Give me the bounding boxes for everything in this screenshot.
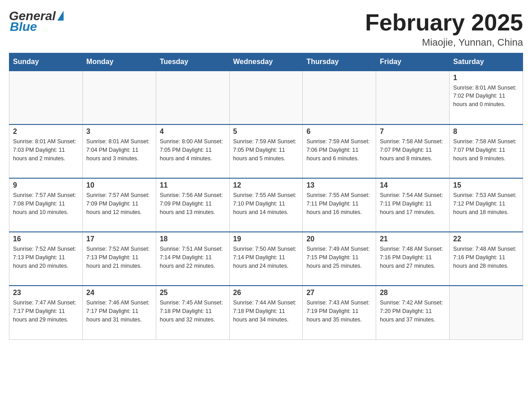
calendar-cell: 21Sunrise: 7:48 AM Sunset: 7:16 PM Dayli… <box>376 232 450 286</box>
calendar-cell: 4Sunrise: 8:00 AM Sunset: 7:05 PM Daylig… <box>156 124 229 178</box>
day-number: 14 <box>380 181 446 189</box>
month-title: February 2025 <box>365 9 523 36</box>
weekday-header-saturday: Saturday <box>450 53 523 71</box>
day-number: 2 <box>13 128 79 136</box>
day-info: Sunrise: 8:01 AM Sunset: 7:02 PM Dayligh… <box>453 84 519 109</box>
day-number: 21 <box>380 235 446 243</box>
day-info: Sunrise: 7:58 AM Sunset: 7:07 PM Dayligh… <box>453 137 519 163</box>
day-info: Sunrise: 7:46 AM Sunset: 7:17 PM Dayligh… <box>86 299 152 324</box>
day-info: Sunrise: 7:50 AM Sunset: 7:14 PM Dayligh… <box>233 245 299 270</box>
calendar-cell: 5Sunrise: 7:59 AM Sunset: 7:05 PM Daylig… <box>229 124 303 178</box>
weekday-header-wednesday: Wednesday <box>229 53 303 71</box>
day-info: Sunrise: 7:57 AM Sunset: 7:09 PM Dayligh… <box>86 191 152 216</box>
day-number: 3 <box>86 128 152 136</box>
day-info: Sunrise: 7:54 AM Sunset: 7:11 PM Dayligh… <box>380 191 446 216</box>
calendar-cell: 19Sunrise: 7:50 AM Sunset: 7:14 PM Dayli… <box>229 232 303 286</box>
day-number: 20 <box>306 235 372 243</box>
day-number: 1 <box>453 74 519 82</box>
week-row-3: 16Sunrise: 7:52 AM Sunset: 7:13 PM Dayli… <box>9 232 523 286</box>
day-info: Sunrise: 7:51 AM Sunset: 7:14 PM Dayligh… <box>160 245 226 270</box>
day-info: Sunrise: 7:48 AM Sunset: 7:16 PM Dayligh… <box>380 245 446 270</box>
week-row-0: 1Sunrise: 8:01 AM Sunset: 7:02 PM Daylig… <box>9 71 523 124</box>
day-number: 7 <box>380 128 446 136</box>
weekday-header-monday: Monday <box>82 53 156 71</box>
weekday-header-sunday: Sunday <box>9 53 83 71</box>
calendar-cell: 11Sunrise: 7:56 AM Sunset: 7:09 PM Dayli… <box>156 178 229 232</box>
day-number: 17 <box>86 235 152 243</box>
day-info: Sunrise: 7:47 AM Sunset: 7:17 PM Dayligh… <box>13 299 79 324</box>
day-info: Sunrise: 8:01 AM Sunset: 7:03 PM Dayligh… <box>13 137 79 163</box>
week-row-1: 2Sunrise: 8:01 AM Sunset: 7:03 PM Daylig… <box>9 124 523 178</box>
day-number: 22 <box>453 235 519 243</box>
calendar-cell <box>376 71 450 124</box>
calendar-cell: 14Sunrise: 7:54 AM Sunset: 7:11 PM Dayli… <box>376 178 450 232</box>
day-info: Sunrise: 7:48 AM Sunset: 7:16 PM Dayligh… <box>453 245 519 270</box>
calendar-cell: 23Sunrise: 7:47 AM Sunset: 7:17 PM Dayli… <box>9 286 83 339</box>
day-info: Sunrise: 7:42 AM Sunset: 7:20 PM Dayligh… <box>380 299 446 324</box>
day-number: 11 <box>160 181 226 189</box>
calendar-cell: 17Sunrise: 7:52 AM Sunset: 7:13 PM Dayli… <box>82 232 156 286</box>
day-number: 19 <box>233 235 299 243</box>
calendar-cell: 12Sunrise: 7:55 AM Sunset: 7:10 PM Dayli… <box>229 178 303 232</box>
calendar-cell: 3Sunrise: 8:01 AM Sunset: 7:04 PM Daylig… <box>82 124 156 178</box>
day-info: Sunrise: 7:55 AM Sunset: 7:10 PM Dayligh… <box>233 191 299 216</box>
calendar-cell: 6Sunrise: 7:59 AM Sunset: 7:06 PM Daylig… <box>303 124 376 178</box>
day-info: Sunrise: 7:59 AM Sunset: 7:06 PM Dayligh… <box>306 137 372 163</box>
logo-triangle-icon <box>57 11 64 21</box>
calendar-cell: 15Sunrise: 7:53 AM Sunset: 7:12 PM Dayli… <box>450 178 523 232</box>
calendar-cell: 16Sunrise: 7:52 AM Sunset: 7:13 PM Dayli… <box>9 232 83 286</box>
calendar-cell: 28Sunrise: 7:42 AM Sunset: 7:20 PM Dayli… <box>376 286 450 339</box>
calendar-cell <box>9 71 83 124</box>
calendar-cell: 27Sunrise: 7:43 AM Sunset: 7:19 PM Dayli… <box>303 286 376 339</box>
day-number: 28 <box>380 289 446 297</box>
day-number: 13 <box>306 181 372 189</box>
calendar-cell: 10Sunrise: 7:57 AM Sunset: 7:09 PM Dayli… <box>82 178 156 232</box>
title-block: February 2025 Miaojie, Yunnan, China <box>365 9 523 48</box>
calendar-cell: 8Sunrise: 7:58 AM Sunset: 7:07 PM Daylig… <box>450 124 523 178</box>
day-info: Sunrise: 7:56 AM Sunset: 7:09 PM Dayligh… <box>160 191 226 216</box>
day-number: 26 <box>233 289 299 297</box>
week-row-4: 23Sunrise: 7:47 AM Sunset: 7:17 PM Dayli… <box>9 286 523 339</box>
day-info: Sunrise: 7:49 AM Sunset: 7:15 PM Dayligh… <box>306 245 372 270</box>
calendar-cell: 1Sunrise: 8:01 AM Sunset: 7:02 PM Daylig… <box>450 71 523 124</box>
calendar-cell <box>303 71 376 124</box>
day-info: Sunrise: 7:52 AM Sunset: 7:13 PM Dayligh… <box>86 245 152 270</box>
day-info: Sunrise: 8:01 AM Sunset: 7:04 PM Dayligh… <box>86 137 152 163</box>
logo-subtitle: Blue <box>9 20 37 34</box>
calendar-cell <box>82 71 156 124</box>
day-info: Sunrise: 7:43 AM Sunset: 7:19 PM Dayligh… <box>306 299 372 324</box>
weekday-header-tuesday: Tuesday <box>156 53 229 71</box>
day-number: 6 <box>306 128 372 136</box>
day-number: 23 <box>13 289 79 297</box>
day-number: 12 <box>233 181 299 189</box>
day-number: 9 <box>13 181 79 189</box>
day-number: 24 <box>86 289 152 297</box>
logo: General Blue <box>9 9 65 34</box>
calendar-cell: 13Sunrise: 7:55 AM Sunset: 7:11 PM Dayli… <box>303 178 376 232</box>
day-info: Sunrise: 8:00 AM Sunset: 7:05 PM Dayligh… <box>160 137 226 163</box>
calendar-cell: 9Sunrise: 7:57 AM Sunset: 7:08 PM Daylig… <box>9 178 83 232</box>
calendar-cell <box>229 71 303 124</box>
calendar-cell: 24Sunrise: 7:46 AM Sunset: 7:17 PM Dayli… <box>82 286 156 339</box>
calendar-cell: 2Sunrise: 8:01 AM Sunset: 7:03 PM Daylig… <box>9 124 83 178</box>
week-row-2: 9Sunrise: 7:57 AM Sunset: 7:08 PM Daylig… <box>9 178 523 232</box>
day-number: 15 <box>453 181 519 189</box>
day-number: 25 <box>160 289 226 297</box>
day-info: Sunrise: 7:44 AM Sunset: 7:18 PM Dayligh… <box>233 299 299 324</box>
day-info: Sunrise: 7:45 AM Sunset: 7:18 PM Dayligh… <box>160 299 226 324</box>
weekday-header-friday: Friday <box>376 53 450 71</box>
calendar-cell: 18Sunrise: 7:51 AM Sunset: 7:14 PM Dayli… <box>156 232 229 286</box>
day-number: 27 <box>306 289 372 297</box>
day-number: 5 <box>233 128 299 136</box>
day-number: 8 <box>453 128 519 136</box>
day-number: 10 <box>86 181 152 189</box>
calendar-cell <box>156 71 229 124</box>
day-info: Sunrise: 7:55 AM Sunset: 7:11 PM Dayligh… <box>306 191 372 216</box>
calendar-cell: 7Sunrise: 7:58 AM Sunset: 7:07 PM Daylig… <box>376 124 450 178</box>
day-info: Sunrise: 7:53 AM Sunset: 7:12 PM Dayligh… <box>453 191 519 216</box>
location: Miaojie, Yunnan, China <box>365 37 523 48</box>
day-number: 4 <box>160 128 226 136</box>
calendar-cell: 22Sunrise: 7:48 AM Sunset: 7:16 PM Dayli… <box>450 232 523 286</box>
calendar-table: SundayMondayTuesdayWednesdayThursdayFrid… <box>9 53 523 340</box>
weekday-header-row: SundayMondayTuesdayWednesdayThursdayFrid… <box>9 53 523 71</box>
